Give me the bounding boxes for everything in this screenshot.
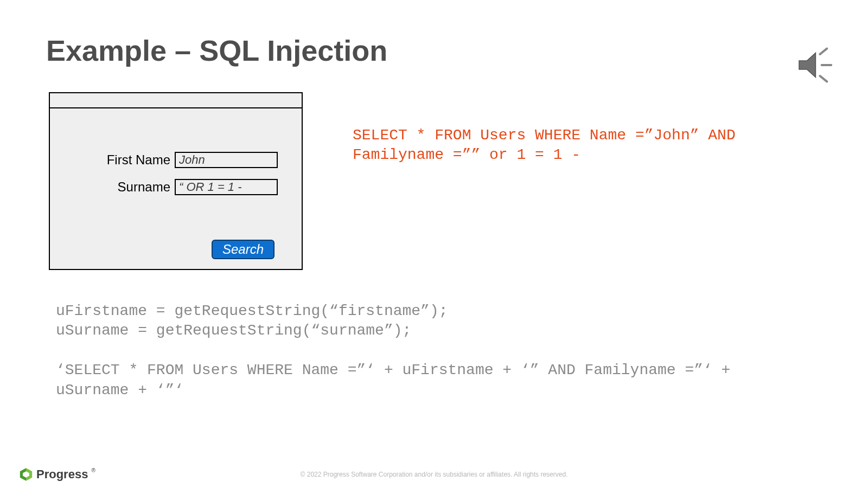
copyright-text: © 2022 Progress Software Corporation and… [301,471,568,478]
first-name-value: John [179,153,205,167]
surname-input[interactable]: “ OR 1 = 1 - [175,179,278,195]
svg-line-1 [820,49,827,54]
brand-name: Progress [36,467,88,481]
window-titlebar [50,93,302,108]
speaker-icon [795,43,838,87]
progress-logo-icon [19,467,33,481]
brand-logo: Progress ® [19,467,95,481]
resulting-sql: SELECT * FROM Users WHERE Name =”John” A… [353,126,792,165]
slide-title: Example – SQL Injection [46,34,387,67]
search-button[interactable]: Search [212,240,275,259]
code-block: uFirstname = getRequestString(“firstname… [56,301,772,400]
svg-marker-5 [20,468,26,480]
surname-value: “ OR 1 = 1 - [179,180,242,194]
footer: Progress ® © 2022 Progress Software Corp… [0,455,868,488]
slide: Example – SQL Injection First Name John … [0,0,868,488]
window-body: First Name John Surname “ OR 1 = 1 - Sea… [50,108,302,269]
first-name-row: First Name John [50,152,302,168]
svg-line-3 [820,76,827,81]
svg-marker-4 [26,468,32,480]
first-name-label: First Name [50,152,175,168]
registered-mark: ® [91,467,95,473]
svg-marker-0 [799,53,815,78]
surname-label: Surname [50,179,175,195]
first-name-input[interactable]: John [175,152,278,168]
search-button-label: Search [222,242,264,256]
surname-row: Surname “ OR 1 = 1 - [50,179,302,195]
search-form-window: First Name John Surname “ OR 1 = 1 - Sea… [49,92,303,270]
